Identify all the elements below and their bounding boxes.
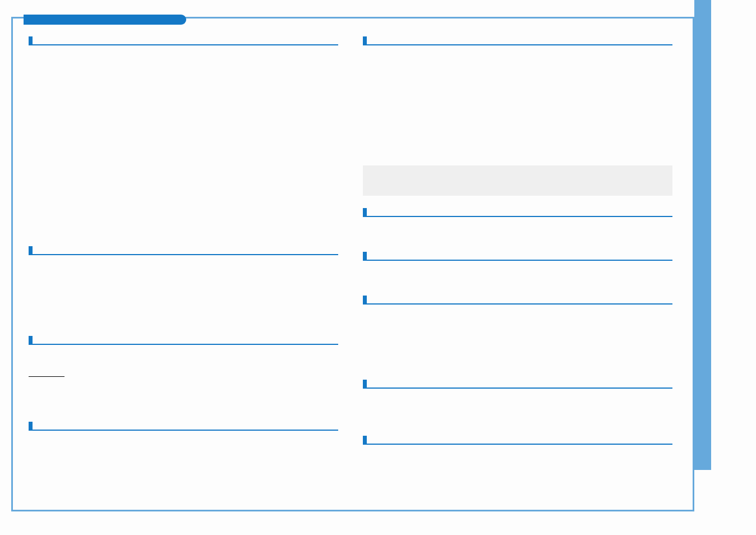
section-header — [363, 380, 672, 389]
section-content — [29, 354, 338, 376]
section-content — [363, 270, 672, 296]
page-tab — [31, 15, 186, 25]
section-content — [363, 54, 672, 165]
section-content — [363, 313, 672, 380]
underline — [29, 376, 64, 377]
section-content — [363, 226, 672, 252]
section-header — [363, 296, 672, 305]
section-header — [29, 246, 338, 255]
page-frame — [11, 17, 694, 511]
right-column — [363, 36, 672, 487]
section-content — [363, 454, 672, 487]
left-column — [29, 36, 338, 490]
section-header — [363, 252, 672, 261]
section-content — [29, 264, 338, 336]
section-content — [363, 398, 672, 436]
section-header — [29, 336, 338, 345]
section-header — [363, 208, 672, 217]
section-header — [363, 436, 672, 445]
right-accent-strip — [694, 0, 711, 470]
section-header — [29, 422, 338, 431]
section-content — [29, 54, 338, 246]
highlight-box — [363, 165, 672, 196]
section-header — [29, 36, 338, 45]
section-header — [363, 36, 672, 45]
section-content — [29, 440, 338, 490]
